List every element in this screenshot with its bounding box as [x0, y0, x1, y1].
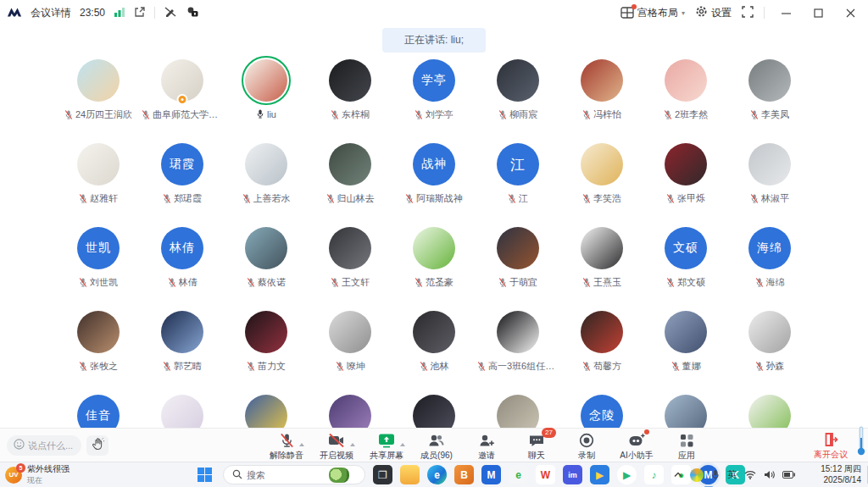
toolbar-members-button[interactable]: 成员(96) — [418, 431, 455, 462]
task-view-app[interactable]: ❐ — [373, 465, 392, 484]
participant-tile[interactable]: 王熹玉 — [560, 224, 644, 307]
layout-button[interactable]: 宫格布局 ▾ — [620, 6, 685, 20]
participant-tile[interactable]: 佳音 — [57, 391, 141, 428]
participant-tile[interactable]: 蔡依诺 — [225, 224, 309, 307]
start-button[interactable] — [193, 464, 215, 486]
toolbar-share-screen-button[interactable]: 共享屏幕 — [368, 431, 405, 462]
settings-button[interactable]: 设置 — [695, 5, 732, 20]
toolbar-ai-assistant-button[interactable]: AI小助手 — [618, 431, 655, 462]
participant-tile[interactable] — [309, 391, 392, 428]
participant-tile[interactable]: 李笑浩 — [560, 140, 644, 224]
participant-tile[interactable]: 东梓桐 — [309, 56, 392, 140]
participant-tile[interactable]: 李美凤 — [728, 56, 812, 140]
battery-icon[interactable] — [782, 471, 795, 479]
annotation-disabled-icon[interactable] — [164, 6, 177, 20]
chevron-up-icon[interactable] — [350, 443, 355, 446]
maximize-button[interactable] — [807, 3, 829, 22]
participant-tile[interactable]: 苟馨方 — [560, 307, 644, 391]
fullscreen-button[interactable] — [742, 6, 754, 20]
ime-indicator[interactable]: 英 — [727, 468, 737, 481]
orange-app[interactable]: B — [454, 465, 474, 484]
mic-muted-icon — [415, 277, 423, 288]
participant-tile[interactable]: 念陵 — [560, 391, 644, 428]
participant-tile[interactable]: 战神阿瑞斯战神 — [392, 140, 476, 224]
participant-name: 林倩 — [179, 276, 198, 289]
participant-tile[interactable]: 范圣豪 — [392, 224, 476, 307]
toolbar-chat-button[interactable]: 27聊天 — [518, 431, 555, 462]
quick-chat-box[interactable] — [7, 435, 81, 456]
toolbar-apps-button[interactable]: 应用 — [668, 431, 705, 462]
video-app[interactable]: ▶ — [590, 465, 609, 484]
participant-tile[interactable] — [476, 391, 560, 428]
participant-tile[interactable]: 董娜 — [644, 307, 728, 391]
participant-tile[interactable] — [644, 391, 728, 428]
minimize-button[interactable] — [775, 3, 797, 22]
weather-widget[interactable]: UV 5 紫外线很强 现在 — [5, 463, 70, 486]
play-app[interactable]: ▶ — [617, 465, 637, 484]
participant-tile[interactable]: liu — [225, 56, 309, 140]
participant-tile[interactable] — [728, 391, 812, 428]
participant-tile[interactable]: 张甲烁 — [644, 140, 728, 224]
participant-tile[interactable]: 于萌宜 — [476, 224, 560, 307]
taskbar-search[interactable] — [223, 465, 365, 484]
search-highlight-image[interactable] — [329, 468, 349, 483]
close-button[interactable] — [839, 3, 861, 22]
participant-tile[interactable]: 林淑平 — [728, 140, 812, 224]
edge-browser-app[interactable]: e — [427, 465, 447, 484]
leave-meeting-button[interactable]: 离开会议 — [814, 432, 848, 461]
participant-tile[interactable]: 世凯刘世凯 — [57, 224, 141, 307]
participant-tile[interactable]: 赵雅轩 — [57, 140, 141, 224]
participant-tile[interactable]: 江江 — [476, 140, 560, 224]
participant-tile[interactable]: 文硕郑文硕 — [644, 224, 728, 307]
participant-tile[interactable]: 嘹坤 — [309, 307, 392, 391]
participant-tile[interactable]: 曲阜师范大学历史... — [141, 56, 225, 140]
participant-tile[interactable]: 学亭刘学亭 — [392, 56, 476, 140]
toolbar-invite-button[interactable]: 邀请 — [468, 431, 505, 462]
network-signal-icon[interactable] — [114, 7, 125, 19]
participant-tile[interactable]: 池林 — [392, 307, 476, 391]
im-app[interactable]: im — [563, 465, 582, 484]
participant-tile[interactable] — [225, 391, 309, 428]
tray-chevron-icon[interactable] — [674, 472, 682, 478]
chevron-up-icon[interactable] — [299, 443, 304, 446]
participant-tile[interactable]: 柳雨宸 — [476, 56, 560, 140]
participant-tile[interactable]: 海绵海绵 — [728, 224, 812, 307]
security-tray-icon[interactable] — [690, 468, 704, 482]
participant-tile[interactable]: 冯梓怡 — [560, 56, 644, 140]
popout-icon[interactable] — [134, 6, 146, 20]
meeting-lock-icon[interactable] — [186, 6, 199, 20]
tray-mic-icon[interactable] — [711, 469, 720, 480]
meeting-details-button[interactable]: 会议详情 — [31, 6, 71, 20]
taskbar-clock[interactable]: 15:12 周四 2025/8/14 — [821, 464, 861, 485]
participant-tile[interactable]: 郭艺晴 — [141, 307, 225, 391]
participant-tile[interactable]: 高一3班6组任天宇... — [476, 307, 560, 391]
participant-tile[interactable]: 24历四王润欣 — [57, 56, 141, 140]
toolbar-start-video-button[interactable]: 开启视频 — [318, 431, 355, 462]
participant-tile[interactable] — [392, 391, 476, 428]
participant-tile[interactable]: 2班李然 — [644, 56, 728, 140]
participant-tile[interactable]: 林倩林倩 — [141, 224, 225, 307]
toolbar-record-button[interactable]: 录制 — [568, 431, 605, 462]
toolbar-unmute-button[interactable]: 解除静音 — [268, 431, 305, 462]
participant-tile[interactable]: 归山林去 — [309, 140, 392, 224]
wifi-icon[interactable] — [744, 470, 756, 479]
music-app[interactable]: ♪ — [644, 465, 664, 484]
participant-tile[interactable]: 上善若水 — [225, 140, 309, 224]
meeting-desktop-app[interactable]: M — [481, 465, 501, 484]
volume-icon[interactable] — [764, 470, 775, 479]
participant-tile[interactable]: 王文轩 — [309, 224, 392, 307]
wps-app[interactable]: W — [536, 465, 555, 484]
participant-tile[interactable]: 张牧之 — [57, 307, 141, 391]
mic-muted-icon — [755, 277, 764, 288]
quick-chat-input[interactable] — [28, 440, 75, 451]
search-input[interactable] — [247, 470, 325, 480]
raise-hand-button[interactable] — [86, 435, 108, 456]
participant-tile[interactable] — [141, 391, 225, 428]
participant-tile[interactable]: 孙森 — [728, 307, 812, 391]
chevron-up-icon[interactable] — [400, 443, 405, 446]
file-explorer-app[interactable] — [400, 465, 420, 484]
ie-browser-app[interactable]: e — [509, 465, 528, 484]
participant-tile[interactable]: 珺霞郑珺霞 — [141, 140, 225, 224]
emoji-icon[interactable] — [14, 438, 25, 453]
participant-tile[interactable]: 苗力文 — [225, 307, 309, 391]
